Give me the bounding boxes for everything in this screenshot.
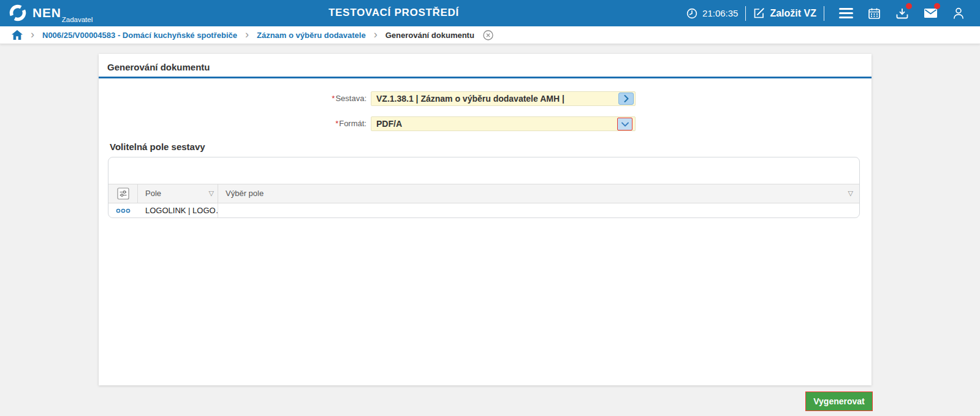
breadcrumb-separator: ›: [31, 28, 34, 41]
table-row[interactable]: LOGOLINK | LOGO…: [108, 203, 859, 217]
header-divider: [745, 6, 746, 21]
session-time: 21:06:35: [702, 8, 738, 18]
top-header-bar: NENZadavatel TESTOVACÍ PROSTŘEDÍ 21:06:3…: [0, 0, 980, 26]
breadcrumb-item-procurement[interactable]: N006/25/V00004583 - Domácí kuchyňské spo…: [42, 31, 237, 40]
filter-icon[interactable]: ▽: [209, 189, 214, 197]
section-title: Volitelná pole sestavy: [110, 142, 205, 152]
required-mark: *: [335, 119, 338, 128]
header-divider: [824, 6, 824, 21]
format-label: *Formát:: [268, 116, 367, 131]
format-dropdown-button[interactable]: [617, 118, 632, 130]
grid-toolbar-area: [108, 157, 859, 184]
sestava-label: *Sestava:: [268, 91, 367, 106]
close-circle-icon[interactable]: [483, 30, 493, 40]
calendar-icon[interactable]: [860, 0, 888, 26]
environment-title: TESTOVACÍ PROSTŘEDÍ: [329, 7, 459, 19]
breadcrumb: › N006/25/V00004583 - Domácí kuchyňské s…: [0, 26, 980, 44]
notification-badge: [906, 3, 912, 9]
column-settings-button[interactable]: [108, 184, 138, 203]
breadcrumb-item-record[interactable]: Záznam o výběru dodavatele: [257, 31, 366, 40]
page-title: Generování dokumentu: [107, 62, 210, 72]
format-field[interactable]: PDF/A: [371, 116, 636, 131]
sestava-lookup-button[interactable]: [618, 93, 634, 105]
notification-badge: [934, 3, 940, 9]
breadcrumb-item-current: Generování dokumentu: [386, 31, 474, 40]
content-card: Generování dokumentu *Sestava: VZ.1.38.1…: [99, 54, 872, 385]
breadcrumb-separator: ›: [374, 28, 378, 41]
home-icon[interactable]: [12, 30, 23, 40]
cell-pole: LOGOLINK | LOGO…: [138, 203, 218, 217]
column-label: Výběr pole: [226, 189, 264, 198]
clock-icon: [686, 8, 697, 19]
title-underline: [99, 77, 872, 78]
menu-icon[interactable]: [832, 0, 860, 26]
nen-logo-icon: [9, 4, 27, 22]
download-icon[interactable]: [888, 0, 916, 26]
session-clock: 21:06:35: [686, 8, 738, 19]
brand-subtitle: Zadavatel: [62, 16, 93, 23]
breadcrumb-separator: ›: [245, 28, 249, 41]
generate-button[interactable]: Vygenerovat: [805, 391, 873, 411]
edit-icon: [753, 7, 765, 19]
create-vz-button[interactable]: Založit VZ: [753, 7, 816, 19]
user-icon[interactable]: [944, 0, 973, 26]
required-mark: *: [332, 94, 335, 103]
sestava-field[interactable]: VZ.1.38.1 | Záznam o výběru dodavatele A…: [371, 91, 636, 106]
brand-name: NEN: [32, 6, 61, 20]
chevron-right-icon: [624, 95, 629, 102]
column-settings-icon: [117, 187, 129, 200]
optional-fields-grid: Pole ▽ Výběr pole ▽ LOGOLINK | LOGO…: [108, 157, 860, 218]
cell-vyber-pole: [218, 203, 859, 217]
filter-icon[interactable]: ▽: [848, 189, 853, 197]
create-vz-label: Založit VZ: [770, 8, 816, 19]
chevron-down-icon: [621, 122, 629, 127]
column-label: Pole: [145, 189, 161, 198]
grid-header-row: Pole ▽ Výběr pole ▽: [108, 184, 859, 204]
column-header-vyber-pole: Výběr pole ▽: [218, 184, 859, 203]
header-actions: 21:06:35 Založit VZ: [686, 0, 973, 26]
nen-logo[interactable]: NENZadavatel: [9, 4, 93, 22]
column-header-pole: Pole ▽: [138, 184, 218, 203]
row-menu-icon: [116, 208, 131, 213]
row-menu-button[interactable]: [108, 203, 138, 217]
mail-icon[interactable]: [916, 0, 944, 26]
